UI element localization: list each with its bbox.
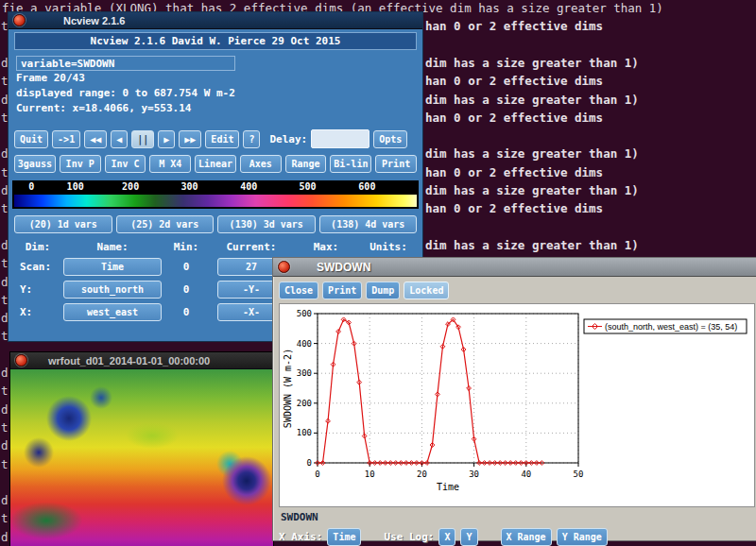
time-dim-button[interactable]: Time bbox=[63, 258, 162, 276]
y-dim-button[interactable]: south_north bbox=[63, 281, 162, 299]
dim-col-header: Min: bbox=[165, 241, 207, 253]
x-tick-label: 50 bbox=[574, 469, 584, 479]
x-dim-button[interactable]: west_east bbox=[63, 303, 162, 321]
step-forward-icon[interactable]: ▶ bbox=[158, 130, 175, 148]
delay-label: Delay: bbox=[269, 133, 307, 145]
pause-icon[interactable]: || bbox=[131, 130, 154, 148]
terminal-text: t bbox=[1, 201, 8, 216]
terminal-text: t bbox=[1, 111, 8, 126]
terminal-text: t bbox=[1, 420, 8, 435]
terminal-text: han 0 or 2 effective dims bbox=[425, 19, 603, 34]
terminal-text: t bbox=[1, 293, 8, 308]
play-backward-icon[interactable]: ◀◀ bbox=[84, 130, 107, 148]
dim-col-header: Units: bbox=[360, 241, 417, 253]
opts-button[interactable]: Opts bbox=[373, 130, 407, 148]
vars-2d-button[interactable]: (25) 2d vars bbox=[116, 215, 215, 233]
terminal-text: d bbox=[1, 530, 8, 545]
terminal-text: dim has a size greater than 1) bbox=[425, 93, 639, 108]
terminal-text: t bbox=[1, 256, 8, 271]
goto-frame1-button[interactable]: ->1 bbox=[52, 130, 80, 148]
terminal-text: t bbox=[1, 74, 8, 89]
play-forward-icon[interactable]: ▶▶ bbox=[179, 130, 201, 148]
y-tick-label: 400 bbox=[297, 339, 312, 349]
range-label: displayed range: 0 to 687.754 W m-2 bbox=[16, 86, 422, 101]
close-icon[interactable] bbox=[15, 354, 27, 367]
plot-titlebar[interactable]: SWDOWN bbox=[273, 258, 756, 277]
vars-3d-button[interactable]: (130) 3d vars bbox=[217, 215, 316, 233]
current-coord-label: Current: x=18.4066, y=553.14 bbox=[16, 101, 422, 116]
edit-button[interactable]: Edit bbox=[205, 130, 239, 148]
vars-1d-button[interactable]: (20) 1d vars bbox=[14, 215, 112, 233]
dim-col-header: Current: bbox=[211, 241, 292, 253]
help-button[interactable]: ? bbox=[243, 130, 260, 148]
frame-label: Frame 20/43 bbox=[16, 71, 422, 86]
terminal-text: han 0 or 2 effective dims bbox=[425, 165, 603, 180]
colorbar-tick-label: 400 bbox=[240, 181, 257, 192]
dump-button[interactable]: Dump bbox=[366, 282, 400, 299]
x-min-value: 0 bbox=[165, 306, 207, 318]
x-axis-label: X Axis: bbox=[279, 531, 322, 543]
step-back-icon[interactable]: ◀ bbox=[111, 130, 128, 148]
x-range-button[interactable]: X Range bbox=[501, 528, 552, 546]
log-y-toggle[interactable]: Y bbox=[460, 528, 477, 546]
colorbar-tick-label: 0 bbox=[28, 181, 34, 192]
time-min-value: 0 bbox=[165, 261, 207, 273]
terminal-text: d bbox=[1, 183, 8, 198]
terminal-text: dim has a size greater than 1) bbox=[425, 56, 639, 71]
print-plot-button[interactable]: Print bbox=[322, 282, 362, 299]
quit-button[interactable]: Quit bbox=[14, 130, 48, 148]
colorbar-tick-label: 600 bbox=[358, 181, 375, 192]
terminal-text: dim has a size greater than 1) bbox=[425, 238, 639, 253]
transform-button[interactable]: Linear bbox=[195, 155, 236, 173]
map-titlebar[interactable]: wrfout_d01_2014-01-01_00:00:00 bbox=[10, 352, 273, 369]
scan-dim-label: Scan: bbox=[16, 261, 60, 273]
vars-4d-button[interactable]: (138) 4d vars bbox=[319, 215, 418, 233]
log-x-toggle[interactable]: X bbox=[438, 528, 455, 546]
y-tick-label: 500 bbox=[297, 309, 312, 318]
range-button[interactable]: Range bbox=[285, 155, 327, 173]
colormap-button[interactable]: 3gauss bbox=[14, 155, 56, 173]
bilinear-button[interactable]: Bi-lin bbox=[330, 155, 371, 173]
terminal-text: t bbox=[1, 329, 8, 344]
invert-c-button[interactable]: Inv C bbox=[105, 155, 146, 173]
terminal-text: d bbox=[1, 56, 8, 71]
dim-col-header: Dim: bbox=[16, 241, 60, 253]
magnify-button[interactable]: M X4 bbox=[149, 155, 191, 173]
print-button[interactable]: Print bbox=[375, 155, 417, 173]
window-title: Ncview 2.1.6 bbox=[63, 15, 125, 26]
close-button[interactable]: Close bbox=[279, 282, 318, 299]
locked-toggle[interactable]: Locked bbox=[404, 282, 449, 299]
x-tick-label: 40 bbox=[521, 469, 531, 479]
terminal-text: t bbox=[1, 19, 8, 34]
y-tick-label: 100 bbox=[297, 428, 312, 437]
map-image[interactable] bbox=[10, 369, 273, 546]
close-icon[interactable] bbox=[278, 261, 290, 273]
terminal-left-column: tdtdtdtdtdtdtdtdtdtdtdtd bbox=[0, 0, 8, 546]
axes-frame bbox=[318, 314, 578, 463]
invert-p-button[interactable]: Inv P bbox=[60, 155, 101, 173]
terminal-text: dim has a size greater than 1) bbox=[425, 183, 639, 198]
y-tick-label: 0 bbox=[307, 458, 312, 468]
x-axis-dim-button[interactable]: Time bbox=[327, 528, 361, 546]
y-dim-label: Y: bbox=[16, 283, 60, 296]
terminal-text: dim has a size greater than 1) bbox=[425, 146, 639, 162]
delay-input[interactable] bbox=[311, 129, 369, 148]
legend-label: (south_north, west_east) = (35, 54) bbox=[605, 322, 737, 332]
terminal-fragments: han 0 or 2 effective dimsdim has a size … bbox=[425, 0, 756, 257]
y-range-button[interactable]: Y Range bbox=[557, 528, 608, 546]
variable-label: variable=SWDOWN bbox=[16, 56, 235, 71]
ncview-version-header: Ncview 2.1.6 David W. Pierce 29 Oct 2015 bbox=[14, 32, 417, 50]
colorbar[interactable]: 0 100 200 300 400 500 600 bbox=[12, 180, 419, 209]
x-tick-label: 0 bbox=[315, 469, 319, 479]
colorbar-gradient bbox=[14, 195, 417, 207]
close-icon[interactable] bbox=[13, 14, 26, 26]
ncview-titlebar[interactable]: Ncview 2.1.6 bbox=[9, 12, 422, 29]
terminal-text: d bbox=[1, 146, 8, 162]
y-axis-title: SWDOWN (W m-2) bbox=[283, 349, 293, 428]
terminal-text: t bbox=[1, 384, 8, 399]
x-tick-label: 10 bbox=[365, 469, 375, 479]
y-tick-label: 300 bbox=[297, 368, 312, 378]
axes-button[interactable]: Axes bbox=[240, 155, 282, 173]
map-window: wrfout_d01_2014-01-01_00:00:00 bbox=[9, 351, 274, 546]
x-tick-label: 30 bbox=[469, 469, 479, 479]
